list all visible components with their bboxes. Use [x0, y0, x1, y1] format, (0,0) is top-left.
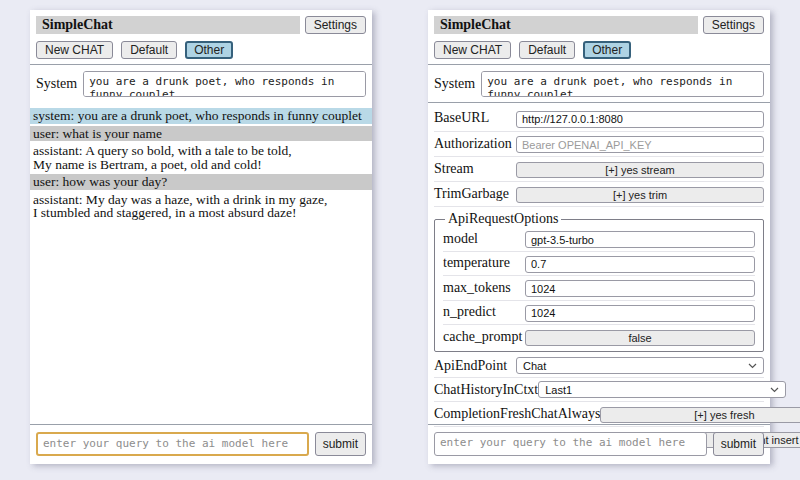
session-other-button[interactable]: Other: [185, 41, 233, 59]
completion-fresh-chat-always-toggle-button[interactable]: [+] yes fresh: [600, 407, 800, 423]
chat-log: system: you are a drunk poet, who respon…: [30, 108, 372, 221]
model-input[interactable]: [525, 231, 755, 248]
divider: [428, 102, 770, 103]
authorization-label: Authorization: [434, 136, 512, 152]
temperature-input[interactable]: [525, 256, 755, 273]
max-tokens-label: max_tokens: [443, 280, 511, 296]
query-input[interactable]: [434, 432, 707, 456]
query-bar: submit: [30, 424, 372, 456]
app-title: SimpleChat: [434, 16, 698, 34]
chat-message-user: user: how was your day?: [30, 174, 372, 190]
system-prompt-row: System you are a drunk poet, who respond…: [36, 71, 366, 97]
session-buttons: New CHAT Default Other: [434, 41, 764, 59]
api-endpoint-label: ApiEndPoint: [434, 358, 507, 374]
temperature-row: temperature: [443, 252, 755, 277]
cache-prompt-label: cache_prompt: [443, 329, 522, 345]
divider: [428, 64, 770, 65]
model-label: model: [443, 231, 478, 247]
chat-message-user: user: what is your name: [30, 126, 372, 142]
settings-button[interactable]: Settings: [703, 16, 764, 34]
baseurl-label: BaseURL: [434, 110, 489, 126]
model-row: model: [443, 227, 755, 252]
stream-row: Stream [+] yes stream: [434, 157, 764, 182]
system-prompt-row: System you are a drunk poet, who respond…: [434, 71, 764, 97]
max-tokens-row: max_tokens: [443, 276, 755, 301]
n-predict-input[interactable]: [525, 305, 755, 322]
api-endpoint-selected-value: Chat: [523, 360, 546, 372]
chat-history-in-ctxt-select[interactable]: Last1: [538, 381, 786, 398]
chat-history-in-ctxt-row: ChatHistoryInCtxt Last1: [434, 378, 764, 402]
api-request-options-fieldset: ApiRequestOptions model temperature max_…: [434, 211, 764, 352]
chevron-down-icon: [770, 387, 779, 393]
trimgarbage-row: TrimGarbage [+] yes trim: [434, 182, 764, 207]
chat-message-system: system: you are a drunk poet, who respon…: [30, 108, 372, 124]
query-bar: submit: [428, 424, 770, 456]
authorization-row: Authorization: [434, 132, 764, 158]
completion-fresh-chat-always-label: CompletionFreshChatAlways: [434, 406, 600, 422]
settings-panel: SimpleChat Settings New CHAT Default Oth…: [428, 10, 770, 464]
trimgarbage-toggle-button[interactable]: [+] yes trim: [516, 187, 764, 203]
submit-button[interactable]: submit: [713, 432, 764, 456]
baseurl-input[interactable]: [516, 111, 764, 128]
system-prompt-input[interactable]: you are a drunk poet, who responds in fu…: [83, 71, 366, 97]
query-input[interactable]: [36, 432, 309, 456]
header: SimpleChat Settings: [36, 16, 366, 34]
trimgarbage-label: TrimGarbage: [434, 186, 509, 202]
chat-history-in-ctxt-label: ChatHistoryInCtxt: [434, 382, 538, 398]
submit-button[interactable]: submit: [315, 432, 366, 456]
api-endpoint-select[interactable]: Chat: [516, 357, 764, 374]
cache-prompt-toggle-button[interactable]: false: [525, 330, 755, 346]
system-label: System: [434, 76, 475, 92]
stream-label: Stream: [434, 161, 474, 177]
settings-list: BaseURL Authorization Stream [+] yes str…: [434, 106, 764, 451]
session-other-button[interactable]: Other: [583, 41, 631, 59]
chat-message-assistant: assistant: A query so bold, with a tale …: [30, 143, 372, 172]
max-tokens-input[interactable]: [525, 280, 755, 297]
api-request-options-legend: ApiRequestOptions: [445, 211, 561, 227]
baseurl-row: BaseURL: [434, 106, 764, 132]
settings-button[interactable]: Settings: [305, 16, 366, 34]
header: SimpleChat Settings: [434, 16, 764, 34]
app-title: SimpleChat: [36, 16, 300, 34]
divider: [428, 424, 770, 425]
n-predict-label: n_predict: [443, 304, 496, 320]
divider: [30, 64, 372, 65]
system-prompt-input[interactable]: you are a drunk poet, who responds in fu…: [481, 71, 764, 97]
chat-message-assistant: assistant: My day was a haze, with a dri…: [30, 192, 372, 221]
cache-prompt-row: cache_prompt false: [443, 325, 755, 348]
temperature-label: temperature: [443, 255, 510, 271]
divider: [30, 424, 372, 425]
authorization-input[interactable]: [516, 136, 764, 153]
api-endpoint-row: ApiEndPoint Chat: [434, 354, 764, 378]
chat-history-selected-value: Last1: [545, 384, 572, 396]
new-chat-button[interactable]: New CHAT: [36, 41, 113, 59]
session-default-button[interactable]: Default: [121, 41, 177, 59]
stream-toggle-button[interactable]: [+] yes stream: [516, 162, 764, 178]
new-chat-button[interactable]: New CHAT: [434, 41, 511, 59]
n-predict-row: n_predict: [443, 301, 755, 326]
session-buttons: New CHAT Default Other: [36, 41, 366, 59]
session-default-button[interactable]: Default: [519, 41, 575, 59]
chevron-down-icon: [748, 363, 757, 369]
chat-panel: SimpleChat Settings New CHAT Default Oth…: [30, 10, 372, 464]
system-label: System: [36, 76, 77, 92]
